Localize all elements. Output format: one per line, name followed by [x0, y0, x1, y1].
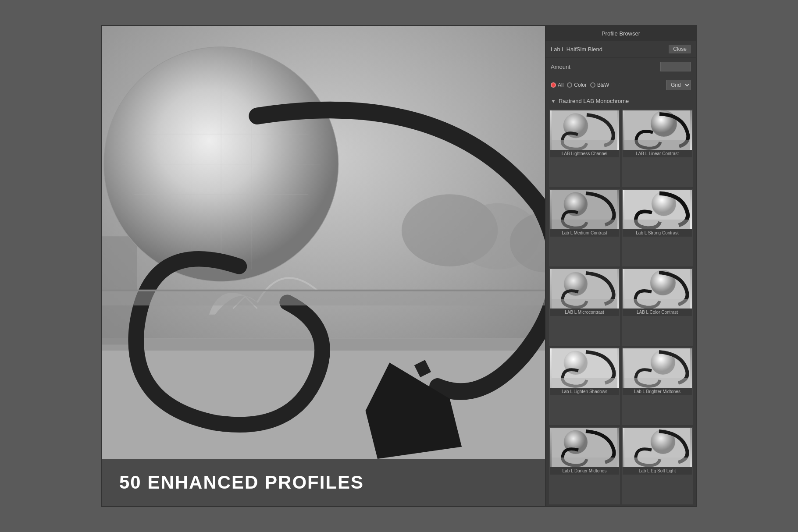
- profile-name-7: Lab L Lighten Shadows: [550, 388, 619, 395]
- thumb-svg-7: [550, 348, 619, 388]
- panel-title: Profile Browser: [602, 30, 640, 37]
- svg-rect-26: [552, 220, 617, 229]
- profile-thumb-9: [550, 428, 619, 467]
- filter-color[interactable]: Color: [567, 82, 587, 88]
- svg-rect-38: [552, 378, 617, 388]
- view-select[interactable]: Grid List: [666, 80, 691, 90]
- filter-row: All Color B&W Grid List: [545, 76, 696, 94]
- profile-thumb-2: [623, 110, 692, 150]
- close-button[interactable]: Close: [669, 45, 691, 53]
- thumb-svg-9: [550, 428, 619, 467]
- profile-name-9: Lab L Darker Midtones: [550, 467, 619, 475]
- radio-all-dot: [551, 82, 556, 88]
- filter-all-label: All: [558, 82, 563, 88]
- profile-thumb-1: [550, 110, 619, 150]
- profile-name-6: LAB L Color Contrast: [623, 309, 692, 316]
- filter-bw[interactable]: B&W: [590, 82, 609, 88]
- svg-rect-41: [624, 378, 690, 388]
- section-header: ▼ Raztrend LAB Monochrome: [545, 94, 696, 108]
- profile-name-text: Lab L HalfSim Blend: [551, 46, 602, 53]
- svg-rect-32: [552, 299, 617, 309]
- svg-rect-16: [102, 291, 545, 305]
- radio-color-dot: [567, 82, 572, 88]
- thumb-svg-2: [623, 110, 692, 150]
- profile-item-1[interactable]: LAB Lightness Channel: [549, 110, 620, 187]
- profile-item-8[interactable]: Lab L Brighter Midtones: [622, 348, 693, 425]
- profile-item-9[interactable]: Lab L Darker Midtones: [549, 427, 620, 504]
- thumb-svg-3: [550, 190, 619, 229]
- amount-row: Amount: [545, 57, 696, 76]
- profile-item-2[interactable]: LAB L Linear Contrast: [622, 110, 693, 187]
- profile-name-10: Lab L Eq Soft Light: [623, 467, 692, 475]
- profile-item-10[interactable]: Lab L Eq Soft Light: [622, 427, 693, 504]
- profile-thumb-8: [623, 348, 692, 388]
- profile-item-5[interactable]: LAB L Microcontrast: [549, 268, 620, 346]
- profile-name-8: Lab L Brighter Midtones: [623, 388, 692, 395]
- profile-item-3[interactable]: Lab L Medium Contrast: [549, 189, 620, 266]
- image-area: [102, 26, 545, 459]
- profile-item-7[interactable]: Lab L Lighten Shadows: [549, 348, 620, 425]
- filter-color-label: Color: [574, 82, 587, 88]
- profile-name-3: Lab L Medium Contrast: [550, 229, 619, 237]
- thumb-svg-8: [623, 348, 692, 388]
- profile-name-2: LAB L Linear Contrast: [623, 150, 692, 157]
- profile-name-5: LAB L Microcontrast: [550, 309, 619, 316]
- section-arrow: ▼: [551, 98, 556, 104]
- profile-thumb-4: [623, 190, 692, 229]
- profile-thumb-10: [623, 428, 692, 467]
- thumb-svg-4: [623, 190, 692, 229]
- profile-item-4[interactable]: Lab L Strong Contrast: [622, 189, 693, 266]
- panel-header: Profile Browser: [545, 26, 696, 41]
- svg-line-15: [420, 362, 426, 374]
- filter-bw-label: B&W: [597, 82, 609, 88]
- filter-all[interactable]: All: [551, 82, 563, 88]
- profile-item-6[interactable]: LAB L Color Contrast: [622, 268, 693, 346]
- thumb-svg-5: [550, 269, 619, 309]
- svg-rect-44: [552, 458, 617, 467]
- thumb-svg-6: [623, 269, 692, 309]
- svg-rect-20: [552, 140, 617, 150]
- profile-thumb-7: [550, 348, 619, 388]
- thumb-svg-1: [550, 110, 619, 150]
- main-image: [102, 26, 545, 459]
- filter-radio-group: All Color B&W: [551, 82, 662, 88]
- profiles-grid: LAB Lightness Channel LAB L Linear Contr…: [545, 108, 696, 506]
- profile-name-row: Lab L HalfSim Blend Close: [545, 41, 696, 57]
- profile-name-4: Lab L Strong Contrast: [623, 229, 692, 237]
- svg-rect-23: [624, 140, 690, 150]
- amount-label: Amount: [551, 64, 570, 70]
- radio-bw-dot: [590, 82, 595, 88]
- profile-thumb-5: [550, 269, 619, 309]
- main-panel: 50 ENHANCED PROFILES: [102, 26, 545, 506]
- svg-rect-47: [624, 458, 690, 467]
- profile-thumb-3: [550, 190, 619, 229]
- profile-thumb-6: [623, 269, 692, 309]
- app-container: 50 ENHANCED PROFILES Profile Browser Lab…: [101, 25, 697, 507]
- svg-rect-29: [624, 220, 690, 229]
- caption-text: 50 ENHANCED PROFILES: [119, 472, 364, 493]
- svg-rect-35: [624, 299, 690, 309]
- right-panel: Profile Browser Lab L HalfSim Blend Clos…: [545, 26, 696, 506]
- thumb-svg-10: [623, 428, 692, 467]
- caption-bar: 50 ENHANCED PROFILES: [102, 459, 545, 506]
- amount-input[interactable]: [660, 62, 691, 71]
- section-title: Raztrend LAB Monochrome: [559, 98, 629, 104]
- profile-name-1: LAB Lightness Channel: [550, 150, 619, 157]
